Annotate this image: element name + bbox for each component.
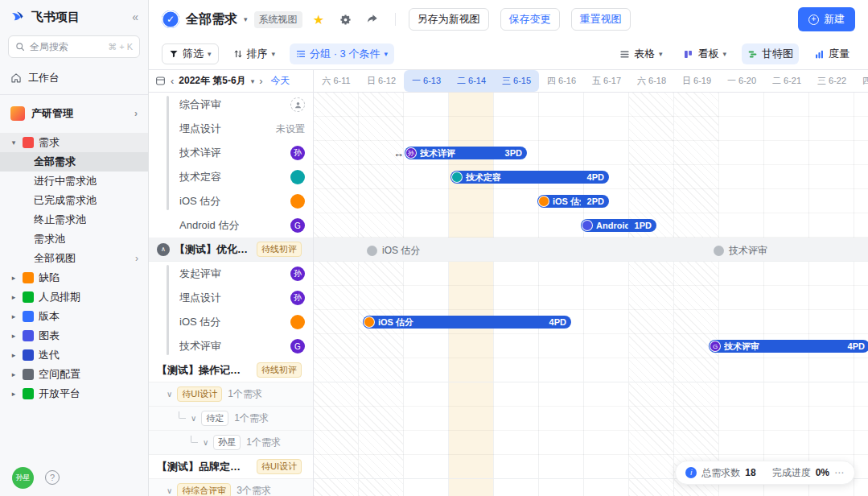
tree-arrow-icon[interactable]: ▾ <box>10 138 18 147</box>
create-button[interactable]: + 新建 <box>798 7 855 31</box>
more-options-icon[interactable]: ⋯ <box>834 467 845 478</box>
view-title[interactable]: 全部需求 <box>186 11 237 28</box>
gantt-timeline-row[interactable] <box>314 262 868 286</box>
milestone[interactable]: 技术评审 <box>714 244 767 258</box>
sidebar-item-completed-pool[interactable]: 已完成需求池 <box>0 191 148 210</box>
tree-arrow-icon[interactable]: ▸ <box>10 312 18 320</box>
assignee-avatar[interactable]: G <box>290 339 305 353</box>
gantt-timeline-row[interactable]: Android ...1PD <box>314 213 868 238</box>
save-as-new-view-button[interactable]: 另存为新视图 <box>409 8 489 31</box>
gantt-bar[interactable]: Android ...1PD <box>581 219 656 232</box>
chevron-down-icon[interactable]: ∨ <box>167 486 172 495</box>
tree-arrow-icon[interactable]: ▸ <box>10 390 18 398</box>
gantt-timeline-row[interactable] <box>314 117 868 141</box>
gantt-bar[interactable]: iOS 估分4PD <box>363 316 571 329</box>
sidebar-item-all-views[interactable]: 全部视图› <box>0 249 148 268</box>
share-icon[interactable] <box>362 10 382 30</box>
gantt-timeline-row[interactable] <box>314 93 868 117</box>
view-title-caret-icon[interactable]: ▾ <box>244 15 248 23</box>
gantt-group-row[interactable]: ∧【测试】优化需求待线初评 <box>149 238 313 262</box>
gantt-task-row[interactable]: 综合评审 <box>149 93 313 117</box>
group-button[interactable]: 分组 · 3 个条件 ▾ <box>290 43 394 64</box>
user-avatar[interactable]: 孙星 <box>12 467 34 489</box>
tree-arrow-icon[interactable]: ▸ <box>10 293 18 301</box>
gantt-task-row[interactable]: 埋点设计未设置 <box>149 117 313 141</box>
sidebar-item-charts[interactable]: ▸图表 <box>0 326 148 345</box>
milestone[interactable]: iOS 估分 <box>367 244 420 258</box>
gantt-subgroup-row[interactable]: ∨待定1个需求 <box>149 407 313 431</box>
gantt-bar[interactable]: 技术定容4PD <box>450 171 609 184</box>
tab-gantt-view[interactable]: 甘特图 <box>742 43 799 64</box>
gantt-bar[interactable]: 孙技术详评3PD <box>405 147 527 159</box>
gantt-task-row[interactable]: iOS 估分 <box>149 310 313 334</box>
gantt-task-row[interactable]: Android 估分G <box>149 213 313 238</box>
tab-measure-view[interactable]: 度量 <box>808 43 855 64</box>
chevron-down-icon[interactable]: ∨ <box>203 438 208 447</box>
sidebar-item-in-progress-pool[interactable]: 进行中需求池 <box>0 172 148 191</box>
sidebar-item-requirement-pool[interactable]: 需求池 <box>0 229 148 249</box>
gantt-task-row[interactable]: 发起评审孙 <box>149 262 313 286</box>
gantt-task-row[interactable]: 技术评审G <box>149 334 313 358</box>
gantt-subgroup-row[interactable]: ∨待综合评审3个需求 <box>149 479 313 496</box>
save-changes-button[interactable]: 保存变更 <box>500 8 560 31</box>
today-button[interactable]: 今天 <box>271 74 290 88</box>
gantt-task-row[interactable]: 埋点设计孙 <box>149 286 313 310</box>
chevron-down-icon[interactable]: ∨ <box>191 414 196 423</box>
gantt-bar[interactable]: iOS 估分2PD <box>537 195 609 208</box>
gantt-timeline-row[interactable]: G技术评审4PD <box>314 334 868 358</box>
assignee-avatar[interactable]: 孙 <box>290 267 305 281</box>
assignee-avatar[interactable] <box>290 194 305 209</box>
tree-arrow-icon[interactable]: ▸ <box>10 351 18 359</box>
calendar-icon[interactable] <box>155 76 166 86</box>
sidebar-item-iterations[interactable]: ▸迭代 <box>0 345 148 365</box>
gantt-timeline-row[interactable]: iOS 估分4PD <box>314 310 868 334</box>
assignee-avatar[interactable] <box>290 170 305 184</box>
gantt-timeline-row[interactable]: iOS 估分2PD <box>314 189 868 213</box>
gantt-task-row[interactable]: 技术详评孙 <box>149 141 313 165</box>
tree-arrow-icon[interactable]: ▸ <box>10 332 18 340</box>
sidebar-space-item[interactable]: 产研管理 › <box>0 99 148 128</box>
reset-view-button[interactable]: 重置视图 <box>571 8 631 31</box>
gantt-group-row[interactable]: 【测试】操作记录...待线初评 <box>149 358 313 382</box>
tree-arrow-icon[interactable]: ▸ <box>10 370 18 378</box>
sort-button[interactable]: 排序 ▾ <box>227 43 282 64</box>
tab-board-view[interactable]: 看板 ▾ <box>677 43 732 64</box>
assignee-avatar[interactable] <box>290 315 305 329</box>
sidebar-item-defects[interactable]: ▸缺陷 <box>0 268 148 287</box>
sidebar-item-workbench[interactable]: 工作台 <box>0 66 148 90</box>
gantt-task-row[interactable]: iOS 估分 <box>149 189 313 213</box>
gantt-task-row[interactable]: 技术定容 <box>149 165 313 189</box>
period-label[interactable]: 2022年 第5-6月 <box>179 74 245 88</box>
gantt-subgroup-row[interactable]: ∨待UI设计1个需求 <box>149 382 313 407</box>
chevron-down-icon[interactable]: ∨ <box>167 390 172 399</box>
tree-arrow-icon[interactable]: ▸ <box>10 274 18 282</box>
sidebar-item-terminated-pool[interactable]: 终止需求池 <box>0 210 148 229</box>
assignee-avatar[interactable]: G <box>290 218 305 233</box>
gantt-timeline-row[interactable] <box>314 286 868 310</box>
sidebar-item-space-settings[interactable]: ▸空间配置 <box>0 365 148 384</box>
sidebar-collapse-icon[interactable]: « <box>132 10 138 23</box>
sidebar-item-all-requirements[interactable]: 全部需求 <box>0 152 148 172</box>
prev-period-icon[interactable]: ‹ <box>171 75 174 87</box>
assignee-avatar[interactable]: 孙 <box>290 146 305 160</box>
help-icon[interactable]: ? <box>45 470 60 485</box>
gantt-task-rows: 综合评审埋点设计未设置技术详评孙技术定容iOS 估分Android 估分G∧【测… <box>149 93 313 496</box>
caret-down-icon[interactable]: ▾ <box>251 77 255 85</box>
gantt-group-row[interactable]: 【测试】品牌定制...待UI设计 <box>149 455 313 479</box>
sidebar-item-open-platform[interactable]: ▸开放平台 <box>0 384 148 403</box>
gantt-bar[interactable]: G技术评审4PD <box>709 340 868 353</box>
settings-gear-icon[interactable] <box>335 10 356 30</box>
collapse-group-icon[interactable]: ∧ <box>157 243 170 256</box>
global-search-input[interactable]: 全局搜索 ⌘ + K <box>8 35 140 58</box>
filter-button[interactable]: 筛选 ▾ <box>162 43 219 64</box>
sidebar-item-versions[interactable]: ▸版本 <box>0 307 148 326</box>
assignee-avatar[interactable]: 孙 <box>290 291 305 305</box>
sidebar-item-staffing[interactable]: ▸人员排期 <box>0 287 148 307</box>
gantt-subgroup-row[interactable]: ∨孙星1个需求 <box>149 431 313 455</box>
sidebar-item-requirements[interactable]: ▾需求 <box>0 133 148 152</box>
tab-table-view[interactable]: 表格 ▾ <box>614 43 668 64</box>
gantt-timeline-row[interactable]: 孙技术详评3PD↔ <box>314 141 868 165</box>
next-period-icon[interactable]: › <box>259 75 262 87</box>
favorite-star-icon[interactable]: ★ <box>309 10 329 30</box>
gantt-timeline-row[interactable]: 技术定容4PD <box>314 165 868 189</box>
